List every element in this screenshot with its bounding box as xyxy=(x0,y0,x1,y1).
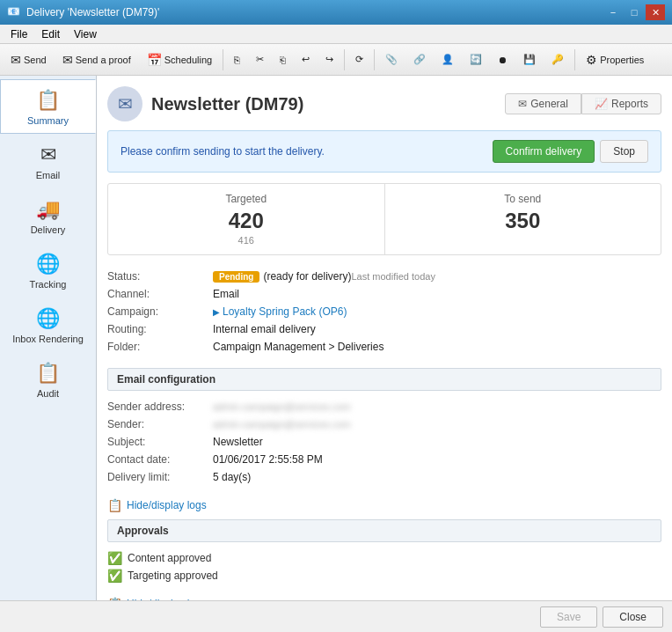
restore-button[interactable]: □ xyxy=(625,4,644,20)
title-bar: 📧 Delivery 'Newsletter (DM79)' − □ ✕ xyxy=(0,0,672,25)
info-row-delivery-limit: Delivery limit: 5 day(s) xyxy=(107,468,661,486)
targeted-label: Targeted xyxy=(122,193,370,205)
sidebar-item-tracking[interactable]: 🌐 Tracking xyxy=(0,243,96,298)
save-tb-button[interactable]: 💾 xyxy=(516,50,543,69)
check-content-icon: ✅ xyxy=(107,551,122,565)
sidebar-item-summary[interactable]: 📋 Summary xyxy=(0,79,96,134)
app-icon: 📧 xyxy=(7,5,21,19)
logs-icon-1: 📋 xyxy=(107,498,122,512)
play-icon: ▶ xyxy=(213,307,220,317)
logs-icon-2: 📋 xyxy=(107,597,122,600)
scheduling-icon: 📅 xyxy=(147,53,162,67)
contact-date-label: Contact date: xyxy=(107,453,213,466)
approvals-logs-link[interactable]: 📋 Hide/display logs xyxy=(107,597,661,600)
window-title: Delivery 'Newsletter (DM79)' xyxy=(26,6,603,18)
campaign-link[interactable]: ▶ Loyalty Spring Pack (OP6) xyxy=(213,305,347,318)
copy-button[interactable]: ⎘ xyxy=(227,51,247,69)
approval-targeting: ✅ Targeting approved xyxy=(107,567,661,584)
send-icon: ✉ xyxy=(11,53,21,67)
status-value: Pending (ready for delivery) xyxy=(213,270,351,283)
delivery-limit-value: 5 day(s) xyxy=(213,471,251,483)
sidebar-item-inbox-rendering[interactable]: 🌐 Inbox Rendering xyxy=(0,298,96,352)
info-row-contact-date: Contact date: 01/06/2017 2:55:58 PM xyxy=(107,451,661,468)
toolbar-separator-2 xyxy=(344,49,345,70)
campaign-label: Campaign: xyxy=(107,305,213,318)
email-config-header: Email configuration xyxy=(107,368,661,391)
menu-edit[interactable]: Edit xyxy=(34,26,67,42)
properties-button[interactable]: ⚙ Properties xyxy=(579,49,651,70)
folder-value: Campaign Management > Deliveries xyxy=(213,341,383,353)
sync-button[interactable]: 🔄 xyxy=(463,50,489,69)
info-row-subject: Subject: Newsletter xyxy=(107,433,661,451)
to-send-label: To send xyxy=(399,193,647,205)
targeted-sub: 416 xyxy=(122,235,370,246)
send-proof-button[interactable]: ✉ Send a proof xyxy=(55,49,138,70)
send-proof-icon: ✉ xyxy=(62,53,73,67)
routing-value: Internal email delivery xyxy=(213,323,316,335)
sidebar-item-email[interactable]: ✉ Email xyxy=(0,134,96,188)
sender-value: admin-campaign@services.com xyxy=(213,419,351,430)
info-row-sender: Sender: admin-campaign@services.com xyxy=(107,415,661,433)
cut-button[interactable]: ✂ xyxy=(249,50,271,69)
user-button[interactable]: 👤 xyxy=(435,50,461,69)
status-text: (ready for delivery) xyxy=(263,270,351,283)
reports-tab-icon: 📈 xyxy=(595,98,608,110)
targeted-value: 420 xyxy=(122,209,370,233)
check-targeting-icon: ✅ xyxy=(107,569,122,583)
attach-button[interactable]: 📎 xyxy=(378,50,405,69)
scheduling-button[interactable]: 📅 Scheduling xyxy=(140,49,219,70)
last-modified: Last modified today xyxy=(351,271,661,282)
delivery-icon-circle: ✉ xyxy=(107,86,142,121)
stop-button[interactable]: Stop xyxy=(600,140,648,163)
menu-bar: File Edit View xyxy=(0,25,672,44)
delivery-header: ✉ Newsletter (DM79) ✉ General 📈 Reports xyxy=(107,86,661,121)
subject-value: Newsletter xyxy=(213,436,263,448)
redo-button[interactable]: ↪ xyxy=(318,50,340,69)
envelope-icon: ✉ xyxy=(118,93,133,114)
menu-file[interactable]: File xyxy=(4,26,34,42)
delivery-name: Newsletter (DM79) xyxy=(151,94,303,114)
sidebar-item-delivery[interactable]: 🚚 Delivery xyxy=(0,188,96,243)
delivery-icon: 🚚 xyxy=(36,198,60,221)
audit-icon: 📋 xyxy=(36,362,60,385)
tracking-icon: 🌐 xyxy=(36,253,60,276)
close-button[interactable]: ✕ xyxy=(646,4,665,20)
properties-icon: ⚙ xyxy=(586,53,597,67)
status-label: Status: xyxy=(107,270,213,283)
channel-label: Channel: xyxy=(107,288,213,300)
approvals-section: ✅ Content approved ✅ Targeting approved xyxy=(107,549,661,584)
sender-address-label: Sender address: xyxy=(107,401,213,413)
send-button[interactable]: ✉ Send xyxy=(4,49,54,70)
close-bottom-button[interactable]: Close xyxy=(603,606,663,628)
record-button[interactable]: ⏺ xyxy=(491,51,515,69)
paste-button[interactable]: ⎗ xyxy=(273,51,293,69)
general-tab-icon: ✉ xyxy=(518,98,527,110)
save-button[interactable]: Save xyxy=(540,606,597,628)
info-row-folder: Folder: Campaign Management > Deliveries xyxy=(107,338,661,356)
status-badge: Pending xyxy=(213,271,259,283)
tab-reports[interactable]: 📈 Reports xyxy=(581,93,661,114)
header-tabs: ✉ General 📈 Reports xyxy=(505,93,661,114)
stat-to-send: To send 350 xyxy=(385,184,661,254)
confirm-delivery-button[interactable]: Confirm delivery xyxy=(493,140,595,163)
email-config-logs-link[interactable]: 📋 Hide/display logs xyxy=(107,498,661,512)
menu-view[interactable]: View xyxy=(67,26,104,42)
refresh-button[interactable]: ⟳ xyxy=(348,50,370,69)
info-row-status: Status: Pending (ready for delivery) Las… xyxy=(107,268,661,285)
confirm-message: Please confirm sending to start the deli… xyxy=(121,145,325,158)
confirm-actions: Confirm delivery Stop xyxy=(493,140,648,163)
routing-label: Routing: xyxy=(107,323,213,335)
main-layout: 📋 Summary ✉ Email 🚚 Delivery 🌐 Tracking … xyxy=(0,76,672,600)
toolbar-separator-3 xyxy=(374,49,375,70)
folder-label: Folder: xyxy=(107,341,213,353)
link-button[interactable]: 🔗 xyxy=(406,50,433,69)
sidebar-item-audit[interactable]: 📋 Audit xyxy=(0,352,96,407)
stats-row: Targeted 420 416 To send 350 xyxy=(107,183,661,255)
tab-general[interactable]: ✉ General xyxy=(505,93,581,114)
toolbar-separator-4 xyxy=(574,49,575,70)
undo-button[interactable]: ↩ xyxy=(295,50,317,69)
key-button[interactable]: 🔑 xyxy=(544,50,571,69)
minimize-button[interactable]: − xyxy=(603,4,623,20)
delivery-limit-label: Delivery limit: xyxy=(107,471,213,483)
info-row-routing: Routing: Internal email delivery xyxy=(107,320,661,338)
